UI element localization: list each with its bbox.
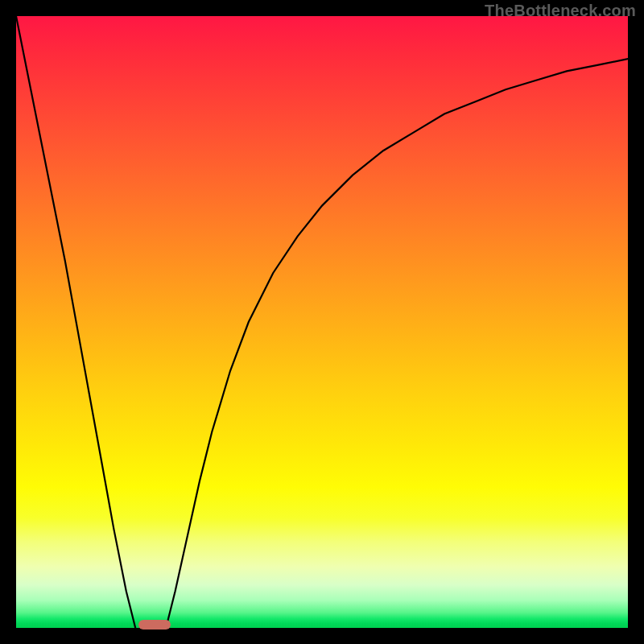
bottleneck-marker — [138, 620, 171, 630]
chart-frame: TheBottleneck.com — [0, 0, 644, 644]
curve-layer — [16, 16, 628, 628]
right-branch-curve — [166, 59, 628, 628]
plot-area — [16, 16, 628, 628]
left-branch-curve — [16, 16, 135, 628]
